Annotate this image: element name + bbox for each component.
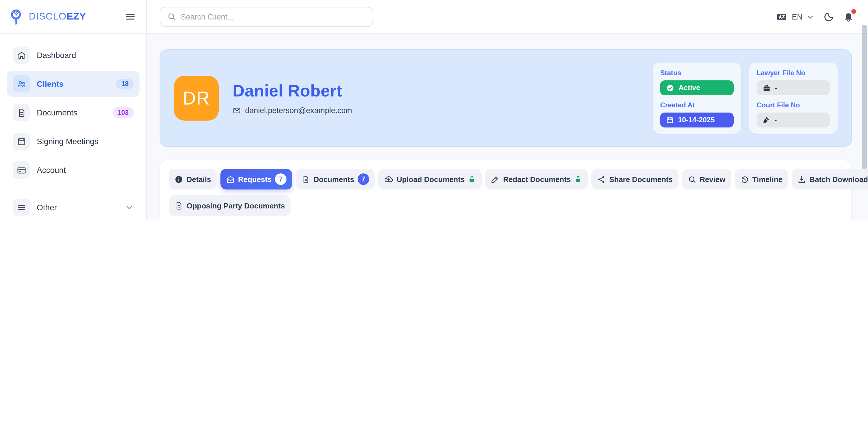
client-meta: Status Active Created At 10-14-2025 Lawy…	[653, 63, 838, 134]
topbar-right: EN	[775, 11, 854, 22]
sidebar-item-account[interactable]: Account	[7, 157, 140, 183]
client-identity: Daniel Robert daniel.peterson@example.co…	[232, 82, 352, 115]
share-icon	[597, 175, 606, 183]
sidebar-item-documents[interactable]: Documents 103	[7, 99, 140, 126]
lawyer-file-label: Lawyer File No	[756, 69, 830, 77]
notification-dot	[851, 9, 856, 14]
check-circle-icon	[666, 84, 675, 92]
file-numbers-card: Lawyer File No - Court File No -	[749, 63, 838, 134]
tab-details[interactable]: Details	[169, 169, 217, 189]
logo-text: DISCLOEZY	[29, 11, 86, 22]
language-code: EN	[792, 12, 803, 21]
search-icon	[167, 12, 176, 21]
court-file-label: Court File No	[756, 101, 830, 109]
download-icon	[797, 175, 806, 183]
lawyer-file-value: -	[775, 84, 777, 92]
app-logo[interactable]: DISCLOEZY	[8, 8, 86, 25]
home-icon	[12, 47, 30, 64]
documents-count-badge: 103	[113, 107, 134, 118]
cloud-upload-icon	[384, 175, 393, 184]
tab-label: Documents	[313, 175, 354, 183]
tab-redact-documents[interactable]: Redact Documents	[485, 169, 588, 189]
document-icon	[12, 104, 30, 121]
tab-count-badge: 7	[358, 173, 369, 185]
tab-label: Share Documents	[609, 175, 673, 183]
info-icon	[175, 175, 183, 183]
tabs-row-2: Opposing Party Documents	[169, 195, 843, 216]
sidebar-divider	[9, 188, 137, 188]
chevron-down-icon	[125, 203, 134, 212]
magnifier-logo-icon	[8, 8, 25, 25]
briefcase-icon	[763, 84, 771, 92]
tab-upload-documents[interactable]: Upload Documents	[378, 169, 482, 189]
sidebar-item-other[interactable]: Other	[7, 194, 140, 220]
vertical-scrollbar[interactable]	[862, 25, 867, 169]
client-name: Daniel Robert	[232, 82, 352, 100]
tab-label: Batch Download	[809, 175, 868, 183]
notifications-button[interactable]	[843, 11, 854, 22]
tab-label: Requests	[238, 175, 272, 183]
envelope-open-icon	[226, 175, 235, 183]
topbar: EN	[147, 0, 868, 34]
created-at-badge: 10-14-2025	[660, 113, 734, 127]
client-search-box[interactable]	[160, 7, 373, 27]
envelope-icon	[232, 106, 241, 115]
court-file-value: -	[774, 116, 777, 124]
sidebar-item-signing-meetings[interactable]: Signing Meetings	[7, 128, 140, 154]
tab-requests[interactable]: Requests 7	[220, 169, 292, 189]
tab-label: Review	[700, 175, 725, 183]
sidebar-toggle-icon[interactable]	[125, 11, 136, 22]
dark-mode-toggle[interactable]	[823, 11, 834, 22]
lock-open-icon	[468, 175, 476, 183]
clients-count-badge: 18	[116, 79, 134, 89]
client-hero-card: DR Daniel Robert daniel.peterson@example…	[160, 49, 852, 147]
sidebar-item-label: Documents	[37, 108, 78, 117]
status-value: Active	[679, 84, 700, 92]
credit-card-icon	[12, 161, 30, 179]
translate-icon	[775, 11, 788, 22]
sidebar-item-clients[interactable]: Clients 18	[7, 70, 140, 97]
court-file-value-pill: -	[756, 113, 830, 127]
tab-label: Timeline	[752, 175, 782, 183]
created-at-label: Created At	[660, 101, 734, 109]
sidebar-item-dashboard[interactable]: Dashboard	[7, 42, 140, 68]
tab-timeline[interactable]: Timeline	[735, 169, 788, 189]
created-at-value: 10-14-2025	[678, 116, 715, 124]
page-content: DR Daniel Robert daniel.peterson@example…	[147, 34, 868, 220]
app-window: DISCLOEZY Dashboard Clients 18 Documents…	[0, 0, 868, 220]
tab-label: Details	[187, 175, 211, 183]
search-icon	[687, 175, 696, 183]
sidebar: DISCLOEZY Dashboard Clients 18 Documents…	[0, 0, 147, 220]
file-icon	[175, 201, 183, 210]
sidebar-item-label: Other	[37, 203, 57, 212]
tabs-row-1: Details Requests 7 Documents 7 Uplo	[169, 169, 843, 189]
tab-documents[interactable]: Documents 7	[296, 169, 375, 189]
tab-label: Redact Documents	[503, 175, 571, 183]
search-input[interactable]	[181, 12, 366, 21]
sidebar-nav: Dashboard Clients 18 Documents 103 Signi…	[0, 34, 146, 220]
sidebar-item-label: Dashboard	[37, 51, 76, 60]
tab-opposing-party-documents[interactable]: Opposing Party Documents	[169, 195, 290, 216]
tab-label: Opposing Party Documents	[187, 201, 285, 210]
language-selector[interactable]: EN	[775, 11, 815, 22]
tab-label: Upload Documents	[397, 175, 465, 183]
tab-batch-download[interactable]: Batch Download	[792, 169, 868, 189]
users-icon	[12, 75, 30, 92]
tab-share-documents[interactable]: Share Documents	[591, 169, 678, 189]
logo-text-left: DISCLO	[29, 11, 66, 22]
chevron-down-icon	[806, 12, 815, 21]
lock-open-icon	[574, 175, 582, 183]
status-card: Status Active Created At 10-14-2025	[653, 63, 741, 134]
history-clock-icon	[740, 175, 749, 183]
sidebar-item-label: Account	[37, 165, 66, 175]
menu-lines-icon	[12, 199, 30, 216]
client-avatar: DR	[174, 76, 219, 121]
calendar-icon	[12, 133, 30, 150]
lawyer-file-value-pill: -	[756, 80, 830, 95]
main-area: EN DR Daniel Robert daniel.peterson	[147, 0, 868, 220]
file-icon	[301, 175, 310, 183]
sidebar-item-label: Clients	[37, 79, 63, 88]
tab-review[interactable]: Review	[682, 169, 731, 189]
pen-icon	[491, 175, 500, 183]
calendar-icon	[666, 116, 674, 124]
